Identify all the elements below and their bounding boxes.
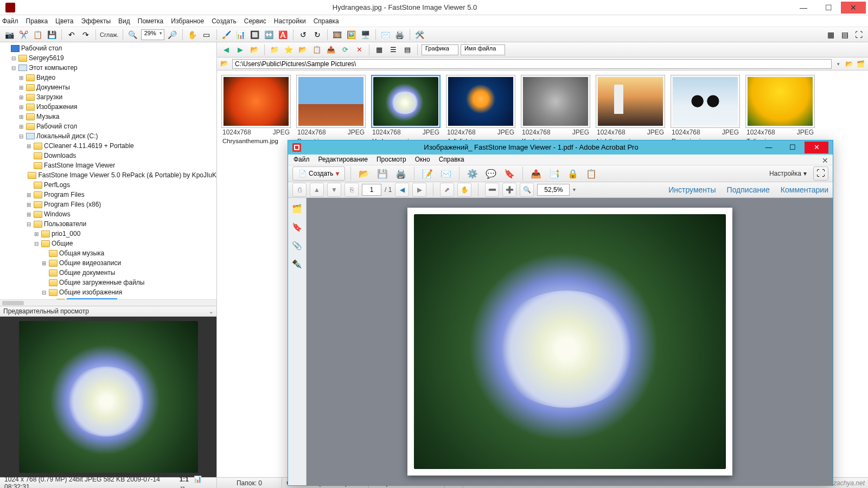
compare-icon[interactable]: 🖼️ xyxy=(346,29,358,41)
expand-icon[interactable]: ⊟ xyxy=(17,133,24,139)
address-go-icon[interactable]: 📂 xyxy=(845,60,853,68)
acrobat-menu-Редактирование[interactable]: Редактирование xyxy=(318,156,368,163)
acrobat-zoom-value[interactable]: 52,5% xyxy=(537,184,570,196)
tree-item[interactable]: ⊟Этот компьютер xyxy=(0,63,216,73)
resize-icon[interactable]: ↔️ xyxy=(263,29,275,41)
view-details-icon[interactable]: ▤ xyxy=(401,44,413,56)
expand-icon[interactable]: ⊟ xyxy=(25,221,32,227)
thumbnail[interactable]: 1024x768JPEGKoala.jpg xyxy=(521,75,590,145)
tree-item[interactable]: ⊞Изображения xyxy=(0,102,216,112)
acrobat-stamp-icon[interactable]: 🔖 xyxy=(502,166,517,181)
expand-icon[interactable]: ⊞ xyxy=(17,114,24,120)
expand-icon[interactable]: ⊞ xyxy=(25,192,32,198)
expand-icon[interactable]: ⊞ xyxy=(17,104,24,110)
thumbnail[interactable]: 1024x768JPEGTulips.jpg xyxy=(745,75,815,145)
expand-icon[interactable]: ⊟ xyxy=(10,55,17,61)
new-folder-icon[interactable]: 📁 xyxy=(269,44,280,56)
paint-icon[interactable]: 🖌️ xyxy=(221,29,233,41)
tree-item[interactable]: Общие загруженные файлы xyxy=(0,278,216,287)
acrobat-hand-icon[interactable]: ✋ xyxy=(457,183,471,197)
expand-icon[interactable]: ⊞ xyxy=(40,260,47,266)
tree-item[interactable]: Downloads xyxy=(0,151,216,160)
acrobat-combine-icon[interactable]: 📑 xyxy=(547,166,562,181)
folder-up-icon[interactable]: 📂 xyxy=(248,44,260,56)
copy-icon[interactable]: 📋 xyxy=(31,29,43,41)
menu-Цвета[interactable]: Цвета xyxy=(55,17,73,25)
expand-icon[interactable]: ⊞ xyxy=(33,231,40,237)
favorites-icon[interactable]: 📂 xyxy=(297,44,309,56)
acrobat-edit-icon[interactable]: 📝 xyxy=(420,166,435,181)
chevron-down-icon[interactable]: ▾ xyxy=(573,187,576,192)
acrobat-tab[interactable]: Подписание xyxy=(727,185,770,194)
tree-item[interactable]: ⊟Пользователи xyxy=(0,219,216,229)
tree-item[interactable]: ⊞Видео xyxy=(0,73,216,82)
filter-combo[interactable]: Графика xyxy=(422,44,458,55)
acrobat-page-first-icon[interactable]: ⎙ xyxy=(292,183,307,197)
tree-item[interactable]: Общие документы xyxy=(0,268,216,278)
histogram-icon[interactable]: 📊 xyxy=(194,476,202,483)
select-icon[interactable]: ▭ xyxy=(201,29,213,41)
screenshot-icon[interactable]: 📷 xyxy=(3,29,15,41)
window-minimize-button[interactable]: — xyxy=(791,2,816,14)
zoom-out-icon[interactable]: 🔍 xyxy=(127,29,139,41)
menu-Сервис[interactable]: Сервис xyxy=(244,17,266,25)
acrobat-page-last-icon[interactable]: ⎘ xyxy=(344,183,359,197)
acrobat-print-icon[interactable]: 🖨️ xyxy=(393,166,409,181)
thumbnail[interactable]: 1024x768JPEGDesert.jpg xyxy=(296,75,366,145)
tree-item[interactable]: ⊟Sergey5619 xyxy=(0,53,216,63)
sort-combo[interactable]: Имя файла xyxy=(461,44,505,55)
nav-back-icon[interactable]: ◀ xyxy=(220,44,232,56)
acrobat-signatures-icon[interactable]: ✒️ xyxy=(292,259,303,269)
zoom-ratio[interactable]: 1:1 xyxy=(180,476,189,483)
expand-icon[interactable]: ⊞ xyxy=(25,211,32,217)
menu-Справка[interactable]: Справка xyxy=(314,17,339,25)
favorites-add-icon[interactable]: ⭐ xyxy=(283,44,295,56)
acrobat-document-area[interactable] xyxy=(307,198,833,485)
acrobat-bookmarks-icon[interactable]: 🔖 xyxy=(292,222,303,233)
tree-item[interactable]: PerfLogs xyxy=(0,180,216,190)
chevron-down-icon[interactable]: ⌄ xyxy=(209,309,213,314)
expand-icon[interactable]: ⊟ xyxy=(40,290,47,296)
menu-Создать[interactable]: Создать xyxy=(212,17,237,25)
acrobat-tab[interactable]: Инструменты xyxy=(668,185,716,194)
zoom-combo[interactable]: 29% xyxy=(141,29,164,40)
view-list-icon[interactable]: ☰ xyxy=(387,44,399,56)
tree-item[interactable]: FastStone Image Viewer 5.0 RePack (& Por… xyxy=(0,170,216,180)
tree-item[interactable]: ⊞Музыка xyxy=(0,112,216,121)
nav-forward-icon[interactable]: ▶ xyxy=(234,44,246,56)
thumbnail[interactable]: 1024x768JPEGPenguins.jpg xyxy=(671,75,740,145)
expand-icon[interactable]: ⊟ xyxy=(10,65,17,71)
acrobat-fullscreen-icon[interactable]: ⛶ xyxy=(813,166,828,181)
acrobat-tab[interactable]: Комментарии xyxy=(781,185,828,194)
acrobat-titlebar[interactable]: Изображений_ FastStone Image Viewer - 1.… xyxy=(288,140,833,155)
acrobat-menu-Окно[interactable]: Окно xyxy=(415,156,430,163)
menu-Настройки[interactable]: Настройки xyxy=(274,17,306,25)
expand-icon[interactable]: ⊞ xyxy=(17,85,24,91)
acrobat-protect-icon[interactable]: 🔒 xyxy=(565,166,580,181)
menu-Файл[interactable]: Файл xyxy=(2,17,18,25)
acrobat-maximize-button[interactable]: ☐ xyxy=(781,142,805,153)
print-icon[interactable]: 🖨️ xyxy=(394,29,406,41)
acrobat-page-up-icon[interactable]: ▲ xyxy=(310,183,324,197)
expand-icon[interactable]: ⊞ xyxy=(17,124,24,130)
settings-icon[interactable]: 🛠️ xyxy=(414,29,426,41)
expand-icon[interactable]: ⊞ xyxy=(25,202,32,208)
tree-item[interactable]: ⊟Общие изображения xyxy=(0,287,216,297)
wallpaper-icon[interactable]: 🖥️ xyxy=(360,29,372,41)
redo-icon[interactable]: ↷ xyxy=(80,29,92,41)
acrobat-menu-close-icon[interactable]: ✕ xyxy=(822,156,828,165)
address-path[interactable]: C:\Users\Public\Pictures\Sample Pictures… xyxy=(232,59,832,69)
delete-icon[interactable]: ✕ xyxy=(353,44,365,56)
slideshow-icon[interactable]: 🎞️ xyxy=(331,29,343,41)
window-maximize-button[interactable]: ☐ xyxy=(816,2,841,14)
acrobat-page-input[interactable] xyxy=(362,184,381,196)
hand-icon[interactable]: ✋ xyxy=(187,29,199,41)
tree-item[interactable]: ⊞Общие видеозаписи xyxy=(0,258,216,268)
cut-icon[interactable]: ✂️ xyxy=(17,29,29,41)
acrobat-customize-button[interactable]: Настройка▾ xyxy=(766,170,810,177)
acrobat-page-down-icon[interactable]: ▼ xyxy=(327,183,341,197)
levels-icon[interactable]: 📊 xyxy=(235,29,247,41)
acrobat-form-icon[interactable]: 📋 xyxy=(584,166,599,181)
crop-icon[interactable]: 🔲 xyxy=(249,29,261,41)
menu-Правка[interactable]: Правка xyxy=(26,17,48,25)
